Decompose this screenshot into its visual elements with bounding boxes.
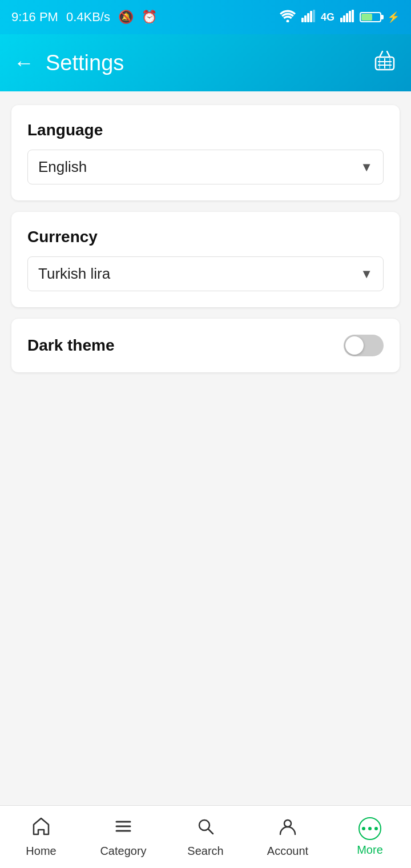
svg-rect-9: [349, 11, 351, 22]
currency-value: Turkish lira: [38, 265, 110, 283]
svg-rect-6: [340, 18, 342, 22]
battery-icon: [360, 12, 381, 22]
account-icon: [277, 816, 298, 841]
mute-icon: 🔕: [118, 10, 134, 25]
svg-rect-7: [343, 15, 345, 22]
language-value: English: [38, 158, 87, 176]
more-dot-3: [374, 827, 378, 830]
4g-icon: 4G: [321, 11, 335, 23]
home-icon: [31, 816, 51, 841]
svg-line-21: [208, 829, 213, 834]
more-icon: [358, 817, 381, 840]
nav-label-search: Search: [187, 845, 223, 858]
charging-icon: ⚡: [387, 11, 400, 23]
dark-theme-row: Dark theme: [27, 335, 384, 356]
status-left: 9:16 PM 0.4KB/s 🔕 ⏰: [11, 10, 157, 25]
svg-rect-5: [313, 10, 315, 22]
svg-rect-4: [310, 11, 312, 22]
nav-item-search[interactable]: Search: [164, 816, 247, 858]
svg-rect-1: [301, 18, 304, 22]
dark-theme-card: Dark theme: [11, 319, 400, 372]
alarm-icon: ⏰: [142, 10, 157, 25]
bottom-nav: Home Category Search Ac: [0, 805, 411, 868]
nav-item-account[interactable]: Account: [247, 816, 329, 858]
cart-button[interactable]: [372, 48, 397, 78]
header: ← Settings: [0, 34, 411, 91]
signal-icon: [301, 10, 315, 25]
svg-rect-3: [307, 13, 309, 22]
svg-point-22: [284, 820, 291, 827]
nav-label-home: Home: [26, 845, 56, 858]
language-chevron-icon: ▼: [360, 160, 373, 175]
currency-label: Currency: [27, 228, 384, 246]
time: 9:16 PM: [11, 10, 58, 25]
svg-rect-2: [304, 15, 307, 22]
dark-theme-label: Dark theme: [27, 336, 115, 355]
currency-select[interactable]: Turkish lira ▼: [27, 256, 384, 291]
speed: 0.4KB/s: [66, 10, 110, 25]
search-icon: [195, 816, 216, 841]
nav-item-home[interactable]: Home: [0, 816, 82, 858]
category-icon: [113, 816, 134, 841]
svg-rect-8: [346, 13, 348, 22]
svg-rect-10: [352, 10, 354, 22]
language-card: Language English ▼: [11, 105, 400, 200]
nav-label-category: Category: [100, 845, 146, 858]
language-select[interactable]: English ▼: [27, 150, 384, 184]
more-dot-2: [368, 827, 372, 830]
language-label: Language: [27, 121, 384, 139]
status-bar: 9:16 PM 0.4KB/s 🔕 ⏰ 4G: [0, 0, 411, 34]
nav-label-account: Account: [267, 845, 308, 858]
signal2-icon: [340, 10, 354, 25]
dark-theme-toggle[interactable]: [344, 335, 384, 356]
status-right: 4G ⚡: [280, 10, 400, 25]
nav-label-more: More: [357, 843, 383, 857]
nav-item-more[interactable]: More: [329, 817, 411, 857]
currency-chevron-icon: ▼: [360, 267, 373, 282]
currency-card: Currency Turkish lira ▼: [11, 212, 400, 307]
svg-point-0: [286, 19, 289, 22]
page-title: Settings: [46, 51, 372, 75]
wifi-icon: [280, 10, 296, 25]
more-dot-1: [362, 827, 365, 830]
settings-content: Language English ▼ Currency Turkish lira…: [0, 91, 411, 386]
toggle-knob: [345, 336, 364, 355]
back-button[interactable]: ←: [14, 51, 34, 75]
nav-item-category[interactable]: Category: [82, 816, 164, 858]
